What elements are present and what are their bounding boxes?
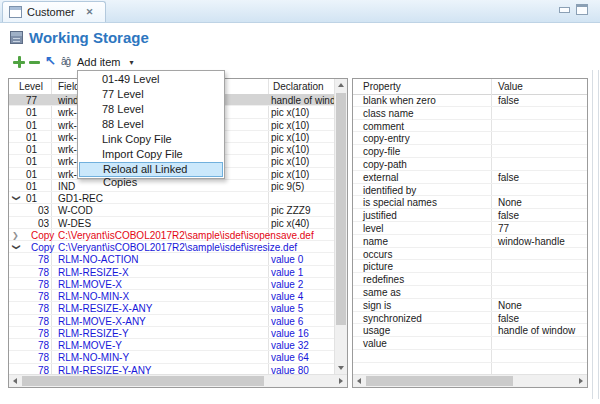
cell-property: external — [363, 172, 399, 184]
property-row[interactable]: usagehandle of window — [353, 324, 587, 337]
chevron-expanded-icon[interactable]: ❯ — [10, 244, 22, 252]
table-row[interactable]: ❯CopyC:\Veryant\isCOBOL2017R2\sample\isd… — [9, 229, 334, 241]
table-row[interactable]: 03W-CODpic ZZZ9 — [9, 204, 334, 216]
menu-item-reload-all-linked-copies[interactable]: Reload all Linked Copies — [79, 162, 223, 177]
cell-value: false — [498, 172, 519, 184]
property-row[interactable]: namewindow-handle — [353, 235, 587, 248]
scroll-right-button[interactable] — [335, 375, 347, 387]
table-row[interactable]: 78RLM-RESIZE-Yvalue 16 — [9, 327, 334, 339]
cell-declaration: pic x(10) — [271, 132, 309, 144]
cell-level: 78 — [38, 352, 49, 364]
table-row[interactable]: 78RLM-NO-MIN-Yvalue 64 — [9, 351, 334, 363]
cell-value: false — [498, 210, 519, 222]
find-replace-icon[interactable]: âĝ — [61, 56, 70, 67]
cell-property: comment — [363, 121, 404, 133]
cell-declaration: value 16 — [271, 328, 309, 340]
menu-item-import-copy-file[interactable]: Import Copy File — [78, 147, 224, 162]
table-row[interactable]: ❯CopyC:\Veryant\isCOBOL2017R2\sample\isd… — [9, 241, 334, 253]
column-header-declaration[interactable]: Declaration — [273, 81, 324, 92]
property-row[interactable]: blank when zerofalse — [353, 94, 587, 107]
cell-level: 01 — [26, 181, 37, 193]
cell-level: Copy — [31, 230, 54, 242]
horizontal-scrollbar[interactable] — [353, 374, 587, 387]
cell-declaration: value 2 — [271, 279, 303, 291]
cell-declaration: value 5 — [271, 303, 303, 315]
property-row[interactable]: externalfalse — [353, 171, 587, 184]
working-storage-view: Customer ✕ Working Storage ↖ âĝ Add item… — [0, 0, 600, 404]
scroll-left-button[interactable] — [353, 375, 365, 387]
chevron-expanded-icon[interactable]: ❯ — [10, 195, 22, 203]
close-icon[interactable]: ✕ — [86, 7, 94, 17]
property-row[interactable]: identified by — [353, 184, 587, 197]
cell-declaration: value 64 — [271, 352, 309, 364]
cell-level: 01 — [26, 144, 37, 156]
table-row[interactable]: 78RLM-MOVE-Yvalue 32 — [9, 339, 334, 351]
add-item-button[interactable]: Add item ▾ — [77, 56, 133, 68]
horizontal-scrollbar[interactable] — [9, 374, 347, 387]
property-row[interactable]: sign isNone — [353, 299, 587, 312]
scroll-down-button[interactable] — [335, 362, 347, 374]
property-row[interactable]: comment — [353, 120, 587, 133]
table-row[interactable]: 03W-DESpic x(40) — [9, 217, 334, 229]
property-row[interactable]: copy-path — [353, 158, 587, 171]
table-row[interactable]: 78RLM-RESIZE-Xvalue 1 — [9, 266, 334, 278]
property-row[interactable]: copy-file — [353, 145, 587, 158]
column-header-property[interactable]: Property — [363, 81, 401, 92]
cell-field-name: RLM-RESIZE-Y-ANY — [58, 365, 152, 375]
cell-level: 77 — [26, 95, 37, 107]
cell-property: redefines — [363, 274, 404, 286]
menu-item-77-level[interactable]: 77 Level — [78, 87, 224, 102]
property-row[interactable]: occurs — [353, 248, 587, 261]
column-header-value[interactable]: Value — [498, 81, 523, 92]
table-row[interactable]: 78RLM-RESIZE-X-ANYvalue 5 — [9, 302, 334, 314]
table-row[interactable]: 78RLM-MOVE-Xvalue 2 — [9, 278, 334, 290]
property-row[interactable]: is special namesNone — [353, 196, 587, 209]
table-row[interactable]: 78RLM-NO-MIN-Xvalue 4 — [9, 290, 334, 302]
cell-field-name: RLM-RESIZE-X-ANY — [58, 303, 152, 315]
remove-item-icon[interactable] — [29, 61, 40, 64]
property-row[interactable]: copy-entry — [353, 132, 587, 145]
cell-level: 78 — [38, 291, 49, 303]
cell-field-name: RLM-MOVE-X-ANY — [58, 316, 146, 328]
property-row[interactable]: value — [353, 337, 587, 350]
vertical-scrollbar[interactable] — [334, 79, 347, 374]
property-row[interactable]: synchronizedfalse — [353, 312, 587, 325]
table-row[interactable]: ❯01GD1-REC — [9, 192, 334, 204]
property-row[interactable] — [353, 363, 587, 374]
column-header-level[interactable]: Level — [19, 81, 43, 92]
maximize-view-button[interactable] — [576, 4, 588, 15]
cell-value: handle of window — [498, 325, 575, 337]
cell-field-name: RLM-MOVE-Y — [58, 340, 122, 352]
scrollbar-thumb[interactable] — [336, 93, 346, 325]
menu-item-01-49-level[interactable]: 01-49 Level — [78, 72, 224, 87]
table-row[interactable]: 01INDpic 9(5) — [9, 180, 334, 192]
property-row[interactable]: justifiedfalse — [353, 209, 587, 222]
cell-field-name: RLM-NO-MIN-Y — [58, 352, 129, 364]
minimize-view-button[interactable] — [559, 7, 570, 13]
navigate-up-icon[interactable]: ↖ — [45, 54, 56, 68]
cell-declaration: pic x(10) — [271, 156, 309, 168]
scrollbar-thumb[interactable] — [366, 376, 513, 386]
table-row[interactable]: 78RLM-RESIZE-Y-ANYvalue 80 — [9, 364, 334, 375]
property-row[interactable] — [353, 350, 587, 363]
menu-item-link-copy-file[interactable]: Link Copy File — [78, 132, 224, 147]
table-row[interactable]: 78RLM-NO-ACTIONvalue 0 — [9, 253, 334, 265]
scroll-up-button[interactable] — [335, 79, 347, 91]
scrollbar-thumb[interactable] — [22, 376, 264, 386]
cell-field-name: RLM-NO-ACTION — [58, 254, 139, 266]
property-row[interactable]: redefines — [353, 273, 587, 286]
table-row[interactable]: 78RLM-MOVE-X-ANYvalue 6 — [9, 315, 334, 327]
scroll-right-button[interactable] — [575, 375, 587, 387]
cell-field-name: RLM-NO-MIN-X — [58, 291, 129, 303]
property-row[interactable]: picture — [353, 260, 587, 273]
cell-level: 78 — [38, 328, 49, 340]
property-row[interactable]: same as — [353, 286, 587, 299]
menu-item-78-level[interactable]: 78 Level — [78, 102, 224, 117]
tab-customer[interactable]: Customer ✕ — [2, 1, 106, 22]
property-row[interactable]: level77 — [353, 222, 587, 235]
scroll-left-button[interactable] — [9, 375, 21, 387]
property-row[interactable]: class name — [353, 107, 587, 120]
chevron-collapsed-icon[interactable]: ❯ — [12, 230, 20, 242]
add-item-icon[interactable] — [13, 56, 25, 68]
menu-item-88-level[interactable]: 88 Level — [78, 117, 224, 132]
